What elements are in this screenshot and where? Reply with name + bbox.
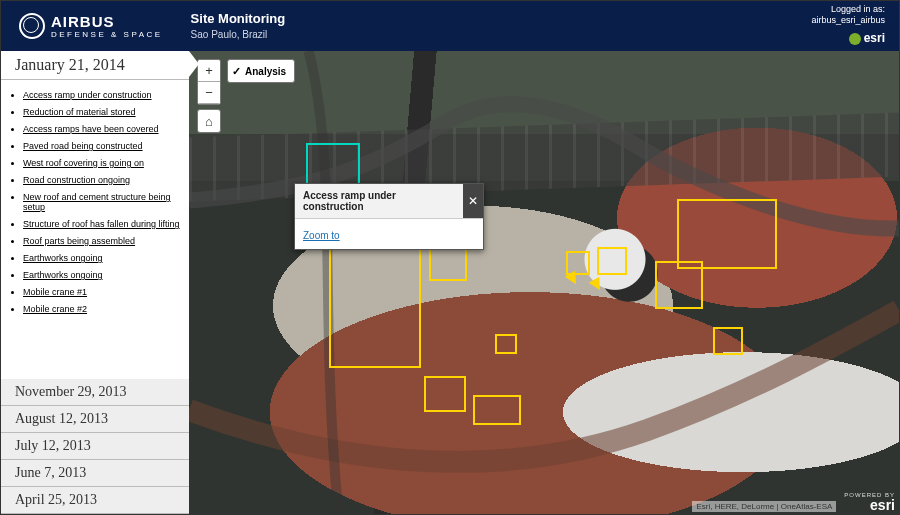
date-item[interactable]: July 12, 2013 [1, 433, 189, 460]
close-icon: ✕ [468, 194, 478, 208]
popup-zoom-link[interactable]: Zoom to [303, 230, 340, 241]
header-user-block: Logged in as: airbus_esri_airbus esri [811, 4, 885, 49]
observation-link[interactable]: Structure of roof has fallen during lift… [23, 219, 180, 229]
header-esri-logo: esri [811, 31, 885, 48]
powered-by: POWERED BY esri [844, 492, 895, 512]
header-title-block: Site Monitoring Sao Paulo, Brazil [191, 11, 286, 41]
analysis-label: Analysis [245, 66, 286, 77]
observation-link[interactable]: New roof and cement structure being setu… [23, 192, 171, 212]
satellite-imagery [189, 51, 899, 514]
analysis-toggle[interactable]: ✓ Analysis [227, 59, 295, 83]
map-viewport[interactable]: + − ⌂ ✓ Analysis Access ramp under const… [189, 51, 899, 514]
app-subtitle: Sao Paulo, Brazil [191, 29, 286, 41]
observation-link[interactable]: Earthworks ongoing [23, 270, 103, 280]
home-icon: ⌂ [205, 114, 213, 129]
date-item[interactable]: June 7, 2013 [1, 460, 189, 487]
attribution-sources: Esri, HERE, DeLorme | OneAtlas‑ESA [692, 501, 836, 512]
observation-item: Mobile crane #1 [23, 287, 181, 297]
date-item-active[interactable]: January 21, 2014 [1, 51, 189, 80]
observation-item: Earthworks ongoing [23, 253, 181, 263]
observation-item: New roof and cement structure being setu… [23, 192, 181, 212]
login-user: airbus_esri_airbus [811, 15, 885, 27]
brand-sub: DEFENSE & SPACE [51, 31, 163, 39]
observation-item: Reduction of material stored [23, 107, 181, 117]
observation-item: Road construction ongoing [23, 175, 181, 185]
observation-item: West roof covering is going on [23, 158, 181, 168]
annotation-box[interactable] [597, 247, 627, 275]
app-root: AIRBUS DEFENSE & SPACE Site Monitoring S… [0, 0, 900, 515]
annotation-box[interactable] [677, 199, 777, 269]
observation-item: Access ramp under construction [23, 90, 181, 100]
observation-item: Paved road being constructed [23, 141, 181, 151]
zoom-in-button[interactable]: + [198, 60, 220, 82]
annotation-box[interactable] [495, 334, 517, 354]
date-item[interactable]: August 12, 2013 [1, 406, 189, 433]
observation-link[interactable]: Roof parts being assembled [23, 236, 135, 246]
body: January 21, 2014 Access ramp under const… [1, 51, 899, 514]
observation-link[interactable]: Reduction of material stored [23, 107, 136, 117]
app-title: Site Monitoring [191, 11, 286, 27]
check-icon: ✓ [232, 65, 241, 78]
date-item[interactable]: April 25, 2013 [1, 487, 189, 514]
observation-item: Structure of roof has fallen during lift… [23, 219, 181, 229]
observation-list: Access ramp under constructionReduction … [1, 80, 189, 379]
observation-item: Roof parts being assembled [23, 236, 181, 246]
annotation-box[interactable] [329, 246, 421, 368]
map-attribution: Esri, HERE, DeLorme | OneAtlas‑ESA POWER… [692, 492, 895, 512]
globe-icon [849, 33, 861, 45]
observation-link[interactable]: Mobile crane #2 [23, 304, 87, 314]
login-label: Logged in as: [811, 4, 885, 16]
popup-close-button[interactable]: ✕ [463, 184, 483, 218]
observation-link[interactable]: Earthworks ongoing [23, 253, 103, 263]
road-overlay-icon [189, 51, 899, 514]
observation-link[interactable]: Mobile crane #1 [23, 287, 87, 297]
brand-logo: AIRBUS DEFENSE & SPACE [19, 13, 163, 39]
observation-item: Earthworks ongoing [23, 270, 181, 280]
annotation-box[interactable] [473, 395, 521, 425]
annotation-box[interactable] [713, 327, 743, 355]
airbus-ring-icon [19, 13, 45, 39]
date-item[interactable]: November 29, 2013 [1, 379, 189, 406]
observation-link[interactable]: Paved road being constructed [23, 141, 143, 151]
observation-link[interactable]: Access ramps have been covered [23, 124, 159, 134]
zoom-out-button[interactable]: − [198, 82, 220, 104]
sidebar: January 21, 2014 Access ramp under const… [1, 51, 189, 514]
observation-link[interactable]: West roof covering is going on [23, 158, 144, 168]
map-controls: + − ⌂ ✓ Analysis [197, 59, 295, 133]
observation-link[interactable]: Access ramp under construction [23, 90, 152, 100]
brand-main: AIRBUS [51, 14, 163, 29]
observation-link[interactable]: Road construction ongoing [23, 175, 130, 185]
header-bar: AIRBUS DEFENSE & SPACE Site Monitoring S… [1, 1, 899, 51]
home-button[interactable]: ⌂ [197, 109, 221, 133]
annotation-box[interactable] [566, 251, 590, 275]
popup-title: Access ramp under construction [295, 184, 463, 218]
zoom-control: + − [197, 59, 221, 105]
annotation-box[interactable] [424, 376, 466, 412]
observation-item: Access ramps have been covered [23, 124, 181, 134]
observation-item: Mobile crane #2 [23, 304, 181, 314]
feature-popup: Access ramp under construction ✕ Zoom to [294, 183, 484, 250]
